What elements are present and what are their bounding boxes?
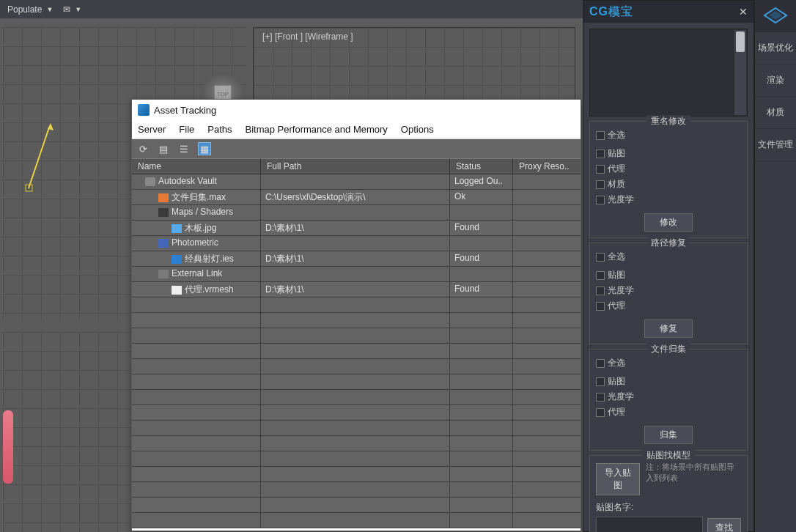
col-header-path[interactable]: Full Path: [261, 158, 450, 174]
table-row[interactable]: [132, 344, 581, 359]
chk-all[interactable]: 全选: [596, 357, 625, 369]
file-icon: [158, 270, 169, 278]
table-row[interactable]: External Link: [132, 267, 581, 282]
chk-texture[interactable]: 贴图: [596, 147, 666, 160]
menu-server[interactable]: Server: [138, 124, 166, 135]
col-header-proxy[interactable]: Proxy Reso..: [513, 158, 581, 174]
cg-logo: CG模宝: [589, 4, 633, 20]
section-find-model: 贴图找模型 导入贴图 注：将场景中所有贴图导入到列表 贴图名字: 查找: [589, 455, 748, 532]
table-row[interactable]: [132, 482, 581, 498]
table-row[interactable]: [132, 359, 581, 374]
rail-scene-optimize[interactable]: 场景优化: [755, 32, 796, 64]
section-title: 贴图找模型: [642, 449, 695, 462]
table-row[interactable]: [132, 421, 581, 436]
section-rename: 重名修改 全选 贴图 代理 材质 光度学 修改: [589, 121, 748, 238]
section-title: 文件归集: [646, 343, 690, 355]
cg-plugin-panel: CG模宝 ✕ 重名修改 全选 贴图 代理 材质 光度学 修改 路径修复 全选 贴…: [583, 0, 754, 532]
section-collect: 文件归集 全选 贴图 光度学 代理 归集: [589, 349, 748, 451]
close-icon[interactable]: ✕: [739, 6, 748, 18]
chk-all[interactable]: 全选: [596, 129, 625, 141]
file-icon: [172, 255, 182, 264]
menu-paths[interactable]: Paths: [207, 124, 232, 135]
viewport-label[interactable]: [+] [Front ] [Wireframe ]: [262, 32, 353, 42]
table-row[interactable]: 文件归集.maxC:\Users\xl\Desktop\演示\Ok: [132, 190, 581, 205]
preview-scrollbar[interactable]: [734, 30, 746, 115]
chk-all[interactable]: 全选: [596, 251, 625, 263]
file-icon: [158, 193, 169, 202]
populate-dropdown[interactable]: Populate▼: [7, 4, 53, 15]
table-row[interactable]: 代理.vrmeshD:\素材\1\Found: [132, 282, 581, 298]
asset-toolbar: ⟳ ▤ ☰ ▦: [132, 139, 581, 158]
rename-button[interactable]: 修改: [644, 213, 693, 232]
rail-material[interactable]: 材质: [755, 97, 796, 129]
scene-object-line: [21, 119, 58, 199]
table-row[interactable]: [132, 313, 581, 328]
file-icon: [158, 208, 169, 217]
col-header-status[interactable]: Status: [450, 158, 513, 174]
table-row[interactable]: [132, 451, 581, 467]
table-row[interactable]: [132, 467, 581, 482]
import-texture-button[interactable]: 导入贴图: [596, 463, 640, 495]
table-row[interactable]: [132, 328, 581, 344]
asset-menu: Server File Paths Bitmap Performance and…: [132, 120, 581, 139]
refresh-icon[interactable]: ⟳: [136, 142, 150, 155]
window-title: Asset Tracking: [154, 105, 216, 116]
rail-file-manage[interactable]: 文件管理: [755, 129, 796, 161]
import-hint: 注：将场景中所有贴图导入到列表: [646, 462, 741, 484]
texture-name-input[interactable]: [596, 517, 703, 532]
table-row[interactable]: [132, 374, 581, 390]
menu-bitmap[interactable]: Bitmap Performance and Memory: [246, 124, 388, 135]
menu-options[interactable]: Options: [401, 124, 434, 135]
chk-proxy[interactable]: 代理: [596, 406, 666, 418]
section-title: 路径修复: [646, 237, 690, 249]
chk-material[interactable]: 材质: [596, 178, 666, 191]
asset-tracking-window: Asset Tracking Server File Paths Bitmap …: [131, 99, 581, 531]
col-header-name[interactable]: Name: [132, 158, 261, 174]
file-icon: [172, 286, 182, 295]
table-row[interactable]: [132, 390, 581, 405]
collect-button[interactable]: 归集: [644, 426, 693, 444]
asset-table-header: Name Full Path Status Proxy Reso..: [132, 158, 581, 174]
table-row[interactable]: [132, 405, 581, 421]
mail-dropdown[interactable]: ✉▼: [63, 4, 81, 15]
app-icon: [138, 104, 150, 116]
table-row[interactable]: 木板.jpgD:\素材\1\Found: [132, 221, 581, 236]
chevron-down-icon: ▼: [75, 6, 81, 13]
table-row[interactable]: [132, 436, 581, 451]
preview-box: [589, 29, 748, 117]
list-icon[interactable]: ▤: [157, 142, 170, 155]
repath-button[interactable]: 修复: [644, 319, 693, 338]
table-row[interactable]: Autodesk VaultLogged Ou..: [132, 174, 581, 190]
rail-render[interactable]: 渲染: [755, 64, 796, 97]
section-repath: 路径修复 全选 贴图 光度学 代理 修复: [589, 243, 748, 344]
svg-line-0: [29, 128, 49, 188]
table-row[interactable]: 经典射灯.iesD:\素材\1\Found: [132, 251, 581, 267]
svg-marker-4: [769, 11, 782, 20]
table-row[interactable]: Maps / Shaders: [132, 205, 581, 221]
right-rail: 场景优化 渲染 材质 文件管理: [754, 0, 796, 532]
chk-photometric[interactable]: 光度学: [596, 284, 666, 297]
table-row[interactable]: Photometric: [132, 236, 581, 251]
chk-proxy[interactable]: 代理: [596, 300, 666, 312]
scroll-thumb[interactable]: [736, 32, 745, 52]
chk-photometric[interactable]: 光度学: [596, 391, 666, 403]
table-row[interactable]: [132, 298, 581, 313]
find-button[interactable]: 查找: [707, 518, 741, 532]
table-row[interactable]: [132, 498, 581, 513]
table-icon[interactable]: ▦: [198, 142, 211, 155]
chk-texture[interactable]: 贴图: [596, 269, 666, 281]
rail-logo[interactable]: [755, 0, 796, 32]
chk-proxy[interactable]: 代理: [596, 163, 666, 175]
asset-titlebar[interactable]: Asset Tracking: [132, 100, 581, 120]
file-icon: [172, 224, 182, 233]
chk-texture[interactable]: 贴图: [596, 375, 666, 388]
table-row[interactable]: [132, 513, 581, 528]
tree-icon[interactable]: ☰: [177, 142, 191, 155]
file-icon: [158, 239, 169, 248]
asset-table-body: Autodesk VaultLogged Ou..文件归集.maxC:\User…: [132, 174, 581, 528]
chevron-down-icon: ▼: [46, 6, 53, 13]
texture-name-label: 贴图名字:: [596, 501, 741, 514]
chk-photometric[interactable]: 光度学: [596, 193, 666, 206]
menu-file[interactable]: File: [179, 124, 194, 135]
cg-panel-header[interactable]: CG模宝 ✕: [583, 1, 753, 23]
